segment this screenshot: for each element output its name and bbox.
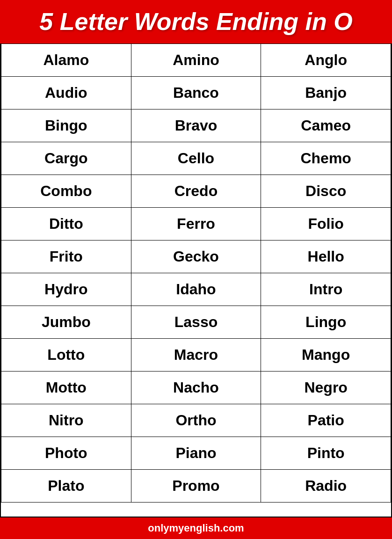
word-cell: Photo [1, 437, 131, 470]
page-footer: onlymyenglish.com [0, 517, 392, 539]
words-table: AlamoAminoAngloAudioBancoBanjoBingoBravo… [1, 44, 391, 503]
word-cell: Jumbo [1, 306, 131, 339]
words-table-container: AlamoAminoAngloAudioBancoBanjoBingoBravo… [0, 44, 392, 517]
word-cell: Macro [131, 339, 261, 371]
table-row: AudioBancoBanjo [1, 77, 391, 109]
word-cell: Promo [131, 470, 261, 503]
word-cell: Combo [1, 175, 131, 208]
table-row: DittoFerroFolio [1, 208, 391, 240]
word-cell: Mango [261, 339, 391, 371]
word-cell: Anglo [261, 44, 391, 77]
word-cell: Intro [261, 273, 391, 306]
table-row: MottoNachoNegro [1, 371, 391, 404]
word-cell: Banjo [261, 77, 391, 109]
word-cell: Folio [261, 208, 391, 240]
word-cell: Hydro [1, 273, 131, 306]
word-cell: Ditto [1, 208, 131, 240]
word-cell: Hello [261, 240, 391, 273]
word-cell: Lingo [261, 306, 391, 339]
word-cell: Chemo [261, 142, 391, 175]
word-cell: Negro [261, 371, 391, 404]
table-row: BingoBravoCameo [1, 109, 391, 142]
table-row: AlamoAminoAnglo [1, 44, 391, 77]
word-cell: Amino [131, 44, 261, 77]
word-cell: Ferro [131, 208, 261, 240]
word-cell: Audio [1, 77, 131, 109]
word-cell: Lasso [131, 306, 261, 339]
table-row: PlatoPromoRadio [1, 470, 391, 503]
table-row: CargoCelloChemo [1, 142, 391, 175]
word-cell: Lotto [1, 339, 131, 371]
word-cell: Nacho [131, 371, 261, 404]
word-cell: Gecko [131, 240, 261, 273]
word-cell: Ortho [131, 404, 261, 437]
word-cell: Radio [261, 470, 391, 503]
word-cell: Cello [131, 142, 261, 175]
table-row: PhotoPianoPinto [1, 437, 391, 470]
table-row: HydroIdahoIntro [1, 273, 391, 306]
word-cell: Cameo [261, 109, 391, 142]
word-cell: Credo [131, 175, 261, 208]
word-cell: Disco [261, 175, 391, 208]
table-row: JumboLassoLingo [1, 306, 391, 339]
word-cell: Motto [1, 371, 131, 404]
word-cell: Patio [261, 404, 391, 437]
word-cell: Frito [1, 240, 131, 273]
page-header: 5 Letter Words Ending in O [0, 0, 392, 44]
page-title: 5 Letter Words Ending in O [5, 8, 387, 35]
footer-text: onlymyenglish.com [148, 522, 244, 534]
word-cell: Plato [1, 470, 131, 503]
word-cell: Idaho [131, 273, 261, 306]
word-cell: Cargo [1, 142, 131, 175]
word-cell: Alamo [1, 44, 131, 77]
word-cell: Bravo [131, 109, 261, 142]
table-row: ComboCredoDisco [1, 175, 391, 208]
word-cell: Piano [131, 437, 261, 470]
word-cell: Bingo [1, 109, 131, 142]
table-row: LottoMacroMango [1, 339, 391, 371]
word-cell: Pinto [261, 437, 391, 470]
table-row: FritoGeckoHello [1, 240, 391, 273]
word-cell: Banco [131, 77, 261, 109]
table-row: NitroOrthoPatio [1, 404, 391, 437]
word-cell: Nitro [1, 404, 131, 437]
